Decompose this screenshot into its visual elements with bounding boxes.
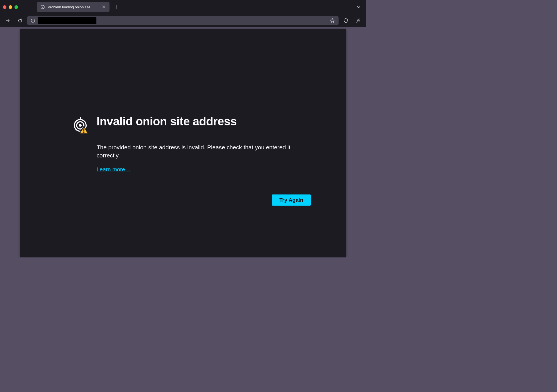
svg-point-10 [33,20,33,20]
info-icon [40,5,45,9]
error-block: Invalid onion site address The provided … [72,115,310,173]
browser-tab[interactable]: Problem loading onion site [37,2,110,12]
fullscreen-window-button[interactable] [14,5,18,9]
content-outer: Invalid onion site address The provided … [0,27,366,257]
window-controls [3,5,18,9]
error-message: The provided onion site address is inval… [97,143,310,160]
error-title: Invalid onion site address [97,115,237,128]
address-text-redacted [38,17,96,24]
onion-warning-icon [72,116,89,135]
forward-button[interactable] [3,16,13,26]
error-header: Invalid onion site address [72,115,310,135]
minimize-window-button[interactable] [9,5,12,9]
error-page-panel: Invalid onion site address The provided … [20,29,346,257]
address-bar-trailing [330,18,336,23]
learn-more-link[interactable]: Learn more… [97,166,131,173]
svg-marker-11 [330,19,335,23]
svg-point-16 [79,124,82,127]
urlbar [0,14,366,27]
bookmark-star-icon[interactable] [330,18,335,23]
address-bar[interactable] [27,16,339,25]
tab-title: Problem loading onion site [48,5,98,9]
new-tab-button[interactable] [112,3,121,11]
titlebar: Problem loading onion site [0,0,366,14]
close-tab-button[interactable] [101,4,106,9]
close-window-button[interactable] [3,5,6,9]
shield-icon[interactable] [341,16,351,26]
new-circuit-icon[interactable] [353,16,363,26]
reload-button[interactable] [15,16,25,26]
tabs-overflow-button[interactable] [354,3,363,11]
svg-point-2 [42,6,43,6]
site-identity-icon[interactable] [30,17,36,24]
try-again-button[interactable]: Try Again [272,194,311,206]
svg-point-18 [83,132,84,133]
svg-line-13 [359,19,360,20]
